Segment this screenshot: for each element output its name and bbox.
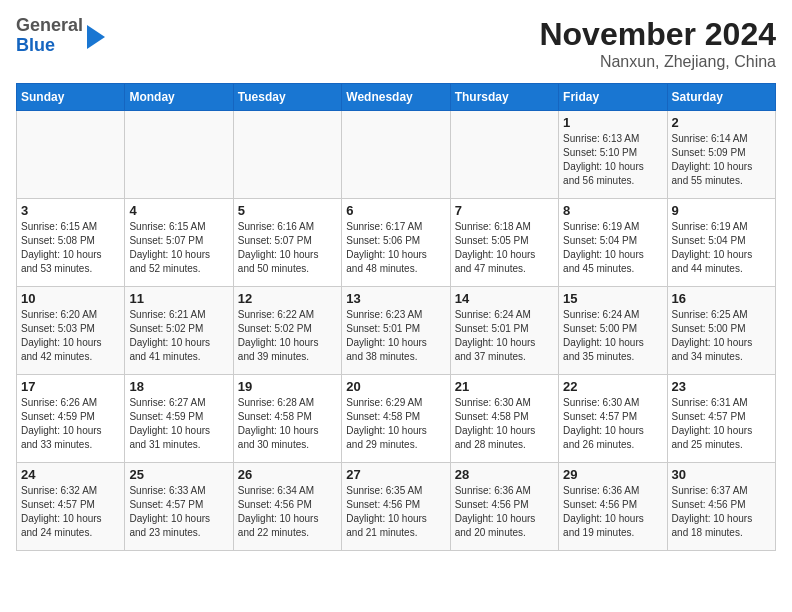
day-number: 4	[129, 203, 228, 218]
day-info: Sunrise: 6:33 AM Sunset: 4:57 PM Dayligh…	[129, 484, 228, 540]
calendar-cell: 8Sunrise: 6:19 AM Sunset: 5:04 PM Daylig…	[559, 199, 667, 287]
calendar-cell: 4Sunrise: 6:15 AM Sunset: 5:07 PM Daylig…	[125, 199, 233, 287]
calendar-cell: 5Sunrise: 6:16 AM Sunset: 5:07 PM Daylig…	[233, 199, 341, 287]
location-subtitle: Nanxun, Zhejiang, China	[539, 53, 776, 71]
day-number: 20	[346, 379, 445, 394]
day-number: 22	[563, 379, 662, 394]
logo-line2: Blue	[16, 35, 55, 55]
day-number: 7	[455, 203, 554, 218]
day-info: Sunrise: 6:22 AM Sunset: 5:02 PM Dayligh…	[238, 308, 337, 364]
day-info: Sunrise: 6:30 AM Sunset: 4:57 PM Dayligh…	[563, 396, 662, 452]
calendar-cell: 24Sunrise: 6:32 AM Sunset: 4:57 PM Dayli…	[17, 463, 125, 551]
header-wednesday: Wednesday	[342, 84, 450, 111]
calendar-week-row: 24Sunrise: 6:32 AM Sunset: 4:57 PM Dayli…	[17, 463, 776, 551]
day-number: 15	[563, 291, 662, 306]
calendar-cell: 15Sunrise: 6:24 AM Sunset: 5:00 PM Dayli…	[559, 287, 667, 375]
calendar-cell: 16Sunrise: 6:25 AM Sunset: 5:00 PM Dayli…	[667, 287, 775, 375]
day-number: 1	[563, 115, 662, 130]
calendar-cell	[125, 111, 233, 199]
header-friday: Friday	[559, 84, 667, 111]
day-number: 27	[346, 467, 445, 482]
calendar-cell: 12Sunrise: 6:22 AM Sunset: 5:02 PM Dayli…	[233, 287, 341, 375]
calendar-table: SundayMondayTuesdayWednesdayThursdayFrid…	[16, 83, 776, 551]
day-number: 16	[672, 291, 771, 306]
calendar-cell: 29Sunrise: 6:36 AM Sunset: 4:56 PM Dayli…	[559, 463, 667, 551]
day-number: 28	[455, 467, 554, 482]
calendar-cell: 9Sunrise: 6:19 AM Sunset: 5:04 PM Daylig…	[667, 199, 775, 287]
calendar-cell: 3Sunrise: 6:15 AM Sunset: 5:08 PM Daylig…	[17, 199, 125, 287]
header-sunday: Sunday	[17, 84, 125, 111]
day-info: Sunrise: 6:21 AM Sunset: 5:02 PM Dayligh…	[129, 308, 228, 364]
calendar-cell: 28Sunrise: 6:36 AM Sunset: 4:56 PM Dayli…	[450, 463, 558, 551]
day-info: Sunrise: 6:23 AM Sunset: 5:01 PM Dayligh…	[346, 308, 445, 364]
calendar-cell: 11Sunrise: 6:21 AM Sunset: 5:02 PM Dayli…	[125, 287, 233, 375]
day-info: Sunrise: 6:29 AM Sunset: 4:58 PM Dayligh…	[346, 396, 445, 452]
day-number: 6	[346, 203, 445, 218]
day-number: 30	[672, 467, 771, 482]
day-number: 29	[563, 467, 662, 482]
header-saturday: Saturday	[667, 84, 775, 111]
calendar-cell: 14Sunrise: 6:24 AM Sunset: 5:01 PM Dayli…	[450, 287, 558, 375]
day-number: 25	[129, 467, 228, 482]
calendar-cell: 6Sunrise: 6:17 AM Sunset: 5:06 PM Daylig…	[342, 199, 450, 287]
day-number: 5	[238, 203, 337, 218]
day-number: 3	[21, 203, 120, 218]
day-info: Sunrise: 6:24 AM Sunset: 5:01 PM Dayligh…	[455, 308, 554, 364]
day-info: Sunrise: 6:16 AM Sunset: 5:07 PM Dayligh…	[238, 220, 337, 276]
calendar-cell: 27Sunrise: 6:35 AM Sunset: 4:56 PM Dayli…	[342, 463, 450, 551]
day-number: 10	[21, 291, 120, 306]
calendar-cell: 18Sunrise: 6:27 AM Sunset: 4:59 PM Dayli…	[125, 375, 233, 463]
day-number: 2	[672, 115, 771, 130]
day-number: 23	[672, 379, 771, 394]
day-number: 17	[21, 379, 120, 394]
calendar-week-row: 1Sunrise: 6:13 AM Sunset: 5:10 PM Daylig…	[17, 111, 776, 199]
header-thursday: Thursday	[450, 84, 558, 111]
calendar-cell: 23Sunrise: 6:31 AM Sunset: 4:57 PM Dayli…	[667, 375, 775, 463]
calendar-cell: 7Sunrise: 6:18 AM Sunset: 5:05 PM Daylig…	[450, 199, 558, 287]
day-info: Sunrise: 6:36 AM Sunset: 4:56 PM Dayligh…	[563, 484, 662, 540]
calendar-cell: 19Sunrise: 6:28 AM Sunset: 4:58 PM Dayli…	[233, 375, 341, 463]
header-tuesday: Tuesday	[233, 84, 341, 111]
calendar-cell: 1Sunrise: 6:13 AM Sunset: 5:10 PM Daylig…	[559, 111, 667, 199]
day-info: Sunrise: 6:30 AM Sunset: 4:58 PM Dayligh…	[455, 396, 554, 452]
day-info: Sunrise: 6:15 AM Sunset: 5:07 PM Dayligh…	[129, 220, 228, 276]
logo-line1: General	[16, 15, 83, 35]
calendar-cell: 30Sunrise: 6:37 AM Sunset: 4:56 PM Dayli…	[667, 463, 775, 551]
day-info: Sunrise: 6:15 AM Sunset: 5:08 PM Dayligh…	[21, 220, 120, 276]
day-info: Sunrise: 6:36 AM Sunset: 4:56 PM Dayligh…	[455, 484, 554, 540]
header: General Blue November 2024 Nanxun, Zheji…	[16, 16, 776, 71]
calendar-cell: 21Sunrise: 6:30 AM Sunset: 4:58 PM Dayli…	[450, 375, 558, 463]
day-number: 12	[238, 291, 337, 306]
calendar-cell: 17Sunrise: 6:26 AM Sunset: 4:59 PM Dayli…	[17, 375, 125, 463]
calendar-cell	[342, 111, 450, 199]
month-title: November 2024	[539, 16, 776, 53]
day-number: 26	[238, 467, 337, 482]
calendar-cell	[233, 111, 341, 199]
calendar-cell: 26Sunrise: 6:34 AM Sunset: 4:56 PM Dayli…	[233, 463, 341, 551]
day-info: Sunrise: 6:35 AM Sunset: 4:56 PM Dayligh…	[346, 484, 445, 540]
logo-arrow-icon	[87, 25, 105, 49]
day-number: 19	[238, 379, 337, 394]
calendar-header-row: SundayMondayTuesdayWednesdayThursdayFrid…	[17, 84, 776, 111]
calendar-cell: 10Sunrise: 6:20 AM Sunset: 5:03 PM Dayli…	[17, 287, 125, 375]
day-number: 13	[346, 291, 445, 306]
calendar-cell: 13Sunrise: 6:23 AM Sunset: 5:01 PM Dayli…	[342, 287, 450, 375]
day-info: Sunrise: 6:25 AM Sunset: 5:00 PM Dayligh…	[672, 308, 771, 364]
day-number: 24	[21, 467, 120, 482]
title-area: November 2024 Nanxun, Zhejiang, China	[539, 16, 776, 71]
day-info: Sunrise: 6:19 AM Sunset: 5:04 PM Dayligh…	[563, 220, 662, 276]
header-monday: Monday	[125, 84, 233, 111]
day-info: Sunrise: 6:37 AM Sunset: 4:56 PM Dayligh…	[672, 484, 771, 540]
day-number: 18	[129, 379, 228, 394]
day-info: Sunrise: 6:32 AM Sunset: 4:57 PM Dayligh…	[21, 484, 120, 540]
calendar-cell: 25Sunrise: 6:33 AM Sunset: 4:57 PM Dayli…	[125, 463, 233, 551]
calendar-cell: 22Sunrise: 6:30 AM Sunset: 4:57 PM Dayli…	[559, 375, 667, 463]
day-number: 9	[672, 203, 771, 218]
day-number: 21	[455, 379, 554, 394]
day-info: Sunrise: 6:24 AM Sunset: 5:00 PM Dayligh…	[563, 308, 662, 364]
calendar-week-row: 17Sunrise: 6:26 AM Sunset: 4:59 PM Dayli…	[17, 375, 776, 463]
calendar-cell	[17, 111, 125, 199]
calendar-cell: 20Sunrise: 6:29 AM Sunset: 4:58 PM Dayli…	[342, 375, 450, 463]
day-info: Sunrise: 6:26 AM Sunset: 4:59 PM Dayligh…	[21, 396, 120, 452]
day-info: Sunrise: 6:31 AM Sunset: 4:57 PM Dayligh…	[672, 396, 771, 452]
